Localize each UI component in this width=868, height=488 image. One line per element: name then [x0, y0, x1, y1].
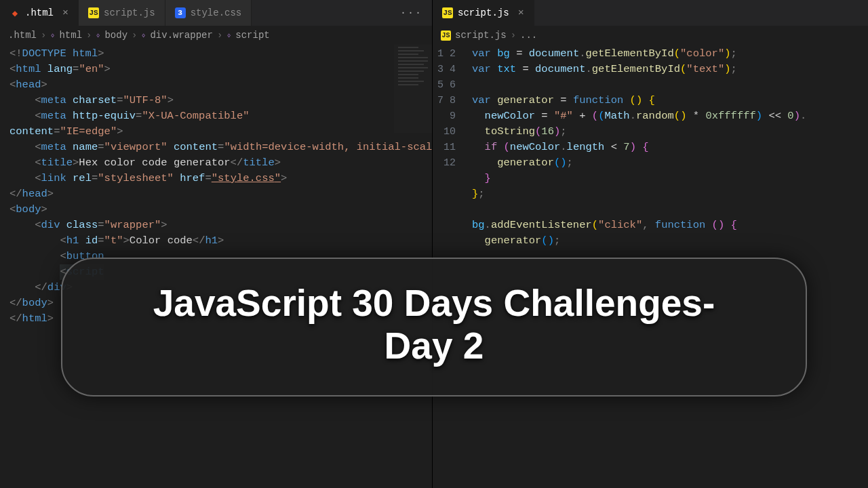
symbol-icon: ⬨ [141, 30, 146, 40]
breadcrumb-item[interactable]: div.wrapper [150, 30, 212, 41]
tab-label: script.js [458, 7, 509, 18]
left-editor-group: ◆ .html × JS script.js 3 style.css ··· .… [0, 0, 433, 488]
breadcrumb-left[interactable]: .html› ⬨html› ⬨body› ⬨div.wrapper› ⬨scri… [0, 26, 432, 45]
breadcrumb-item[interactable]: html [59, 30, 82, 41]
symbol-icon: ⬨ [50, 30, 55, 40]
js-icon: JS [442, 7, 453, 18]
tab-label: script.js [104, 7, 155, 18]
breadcrumb-item[interactable]: script.js [455, 30, 507, 41]
css-icon: 3 [175, 7, 186, 18]
breadcrumb-item[interactable]: .html [8, 30, 37, 41]
tab-stylecss[interactable]: 3 style.css [165, 0, 252, 26]
minimap[interactable] [394, 45, 432, 133]
js-icon: JS [441, 30, 451, 41]
breadcrumb-item[interactable]: ... [520, 30, 537, 41]
close-icon[interactable]: × [62, 8, 68, 18]
code-area[interactable]: var bg = document.getElementById("color"… [433, 46, 868, 249]
tab-bar-left: ◆ .html × JS script.js 3 style.css ··· [0, 0, 432, 26]
tab-html[interactable]: ◆ .html × [0, 0, 79, 26]
tab-bar-right: JS script.js × [433, 0, 868, 26]
symbol-icon: ⬨ [96, 30, 100, 40]
tab-scriptjs-right[interactable]: JS script.js × [433, 0, 534, 26]
symbol-icon: ⬨ [226, 30, 231, 40]
right-editor-group: JS script.js × JS script.js› ... 1 2 3 4… [433, 0, 868, 488]
close-icon[interactable]: × [518, 8, 524, 18]
breadcrumb-right[interactable]: JS script.js› ... [433, 26, 868, 45]
overlay-line2: Day 2 [90, 325, 778, 367]
title-overlay: JavaScript 30 Days Challenges- Day 2 [61, 258, 807, 396]
tab-overflow-button[interactable]: ··· [391, 0, 432, 26]
overlay-line1: JavaScript 30 Days Challenges- [90, 282, 778, 325]
breadcrumb-item[interactable]: body [104, 30, 127, 41]
line-gutter: 1 2 3 4 5 6 7 8 9 10 11 12 [433, 46, 468, 171]
breadcrumb-item[interactable]: script [235, 30, 269, 41]
js-icon: JS [88, 7, 99, 18]
html5-icon: ◆ [9, 7, 20, 18]
tab-label: .html [25, 7, 54, 18]
tab-scriptjs[interactable]: JS script.js [79, 0, 165, 26]
tab-label: style.css [191, 7, 242, 18]
